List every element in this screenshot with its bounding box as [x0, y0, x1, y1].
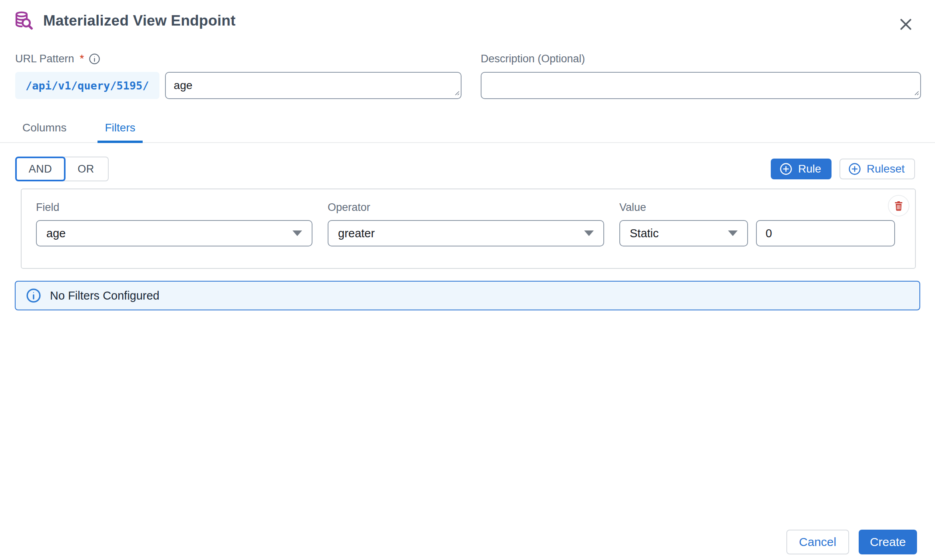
- delete-rule-button[interactable]: [888, 195, 909, 216]
- combinator-or-button[interactable]: OR: [64, 157, 109, 181]
- add-rule-label: Rule: [798, 163, 821, 175]
- url-pattern-prefix: /api/v1/query/5195/: [15, 72, 159, 99]
- plus-circle-icon: [780, 163, 792, 175]
- combinator-toggle: AND OR: [15, 157, 109, 181]
- tab-columns[interactable]: Columns: [15, 119, 74, 142]
- value-type-select-value: Static: [630, 227, 659, 240]
- info-icon: [26, 288, 41, 303]
- no-filters-alert-text: No Filters Configured: [50, 289, 159, 302]
- dialog-header: Materialized View Endpoint: [0, 0, 935, 31]
- combinator-and-button[interactable]: AND: [15, 157, 66, 181]
- trash-icon: [893, 200, 905, 212]
- value-type-select[interactable]: Static: [619, 220, 748, 246]
- add-ruleset-button[interactable]: Ruleset: [840, 159, 915, 179]
- filter-rule-card: Field age Operator greater Value Static: [21, 189, 916, 269]
- description-input[interactable]: [481, 72, 921, 99]
- dialog-title: Materialized View Endpoint: [43, 12, 236, 29]
- caret-down-icon: [584, 230, 594, 236]
- rule-operator-column: Operator greater: [328, 201, 604, 246]
- no-filters-alert: No Filters Configured: [15, 281, 920, 310]
- field-select-value: age: [46, 227, 66, 240]
- dialog-footer: Cancel Create: [786, 530, 917, 554]
- resize-handle-icon[interactable]: [453, 89, 460, 97]
- endpoint-form-row: URL Pattern * /api/v1/query/5195/ age: [0, 52, 935, 99]
- info-icon[interactable]: [89, 53, 100, 65]
- add-ruleset-label: Ruleset: [867, 163, 905, 175]
- add-rule-button[interactable]: Rule: [771, 159, 832, 179]
- cancel-button[interactable]: Cancel: [786, 530, 849, 554]
- value-label: Value: [619, 201, 895, 214]
- description-label: Description (Optional): [481, 53, 585, 65]
- value-input[interactable]: [756, 220, 895, 246]
- filters-toolbar: AND OR Rule Ruleset: [15, 157, 915, 181]
- resize-handle-icon[interactable]: [913, 89, 919, 97]
- operator-select-value: greater: [338, 227, 375, 240]
- tab-bar: Columns Filters: [0, 119, 935, 143]
- field-label: Field: [36, 201, 312, 214]
- operator-select[interactable]: greater: [328, 220, 604, 246]
- operator-label: Operator: [328, 201, 604, 214]
- rule-value-column: Value Static: [619, 201, 895, 246]
- plus-circle-icon: [848, 163, 861, 175]
- create-button[interactable]: Create: [859, 530, 917, 554]
- url-pattern-input[interactable]: age: [165, 72, 462, 99]
- caret-down-icon: [728, 230, 738, 236]
- field-select[interactable]: age: [36, 220, 312, 246]
- tab-filters[interactable]: Filters: [97, 119, 142, 142]
- close-icon[interactable]: [897, 16, 914, 33]
- rule-field-column: Field age: [36, 201, 312, 246]
- caret-down-icon: [292, 230, 302, 236]
- url-pattern-label: URL Pattern: [15, 53, 74, 65]
- required-asterisk: *: [80, 52, 84, 65]
- materialized-view-database-search-icon: [14, 10, 34, 31]
